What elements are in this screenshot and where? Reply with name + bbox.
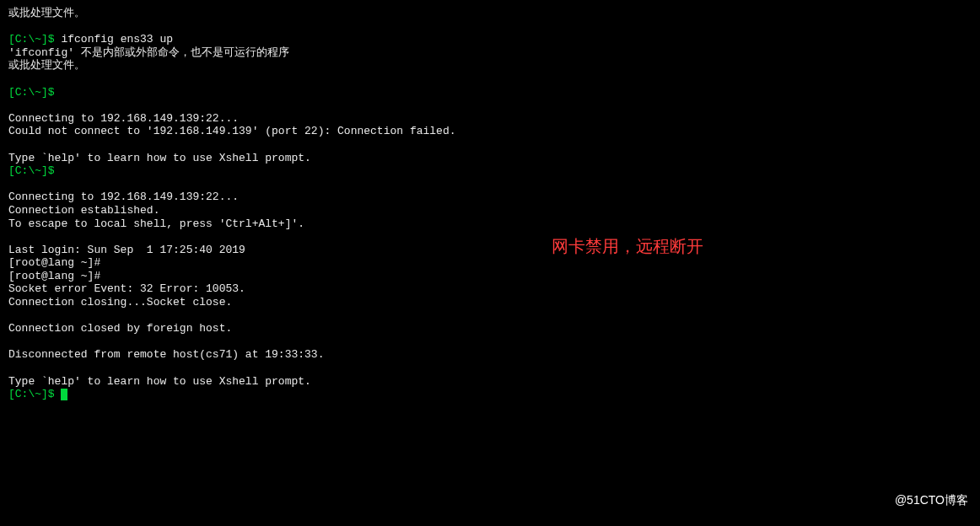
- terminal-line: [8, 362, 972, 375]
- shell-prompt: [C:\~]$: [8, 86, 61, 99]
- terminal-line: [C:\~]$: [8, 388, 972, 401]
- terminal-line: [8, 20, 972, 34]
- terminal-line: [8, 309, 972, 323]
- terminal-line: [root@lang ~]#: [8, 256, 972, 270]
- terminal-line: [C:\~]$: [8, 164, 972, 178]
- terminal-line: 或批处理文件。: [8, 7, 972, 20]
- terminal-line: Connection closed by foreign host.: [8, 322, 972, 335]
- terminal-text: Type `help' to learn how to use Xshell p…: [8, 375, 311, 388]
- terminal-line: Could not connect to '192.168.149.139' (…: [8, 125, 972, 138]
- terminal-line: [8, 230, 972, 244]
- terminal-line: Disconnected from remote host(cs71) at 1…: [8, 348, 972, 362]
- terminal-line: To escape to local shell, press 'Ctrl+Al…: [8, 217, 972, 231]
- terminal-text: Type `help' to learn how to use Xshell p…: [8, 152, 311, 164]
- terminal-line: [8, 99, 972, 112]
- terminal-text: To escape to local shell, press 'Ctrl+Al…: [8, 217, 304, 230]
- shell-prompt: [C:\~]$: [8, 33, 61, 46]
- terminal-line: Connecting to 192.168.149.139:22...: [8, 191, 972, 204]
- terminal-line: 'ifconfig' 不是内部或外部命令，也不是可运行的程序: [8, 46, 972, 60]
- terminal-line: [root@lang ~]#: [8, 270, 972, 283]
- terminal-text: Socket error Event: 32 Error: 10053.: [8, 282, 245, 295]
- shell-prompt: [C:\~]$: [8, 388, 61, 400]
- terminal-text: Connection closed by foreign host.: [8, 322, 232, 335]
- watermark-text: @51CTO博客: [895, 493, 968, 507]
- shell-prompt: [C:\~]$: [8, 164, 61, 177]
- terminal-line: Connecting to 192.168.149.139:22...: [8, 112, 972, 126]
- terminal-text: 或批处理文件。: [8, 7, 85, 19]
- terminal-line: [8, 138, 972, 152]
- terminal-text: ifconfig ens33 up: [61, 33, 173, 46]
- cursor-icon: [61, 389, 67, 400]
- terminal-text: Connecting to 192.168.149.139:22...: [8, 191, 239, 203]
- terminal-text: [root@lang ~]#: [8, 256, 100, 269]
- terminal-text: Last login: Sun Sep 1 17:25:40 2019: [8, 244, 245, 256]
- terminal-line: [C:\~]$ ifconfig ens33 up: [8, 33, 972, 46]
- terminal-line: [C:\~]$: [8, 86, 972, 99]
- terminal-text: Connecting to 192.168.149.139:22...: [8, 112, 239, 125]
- terminal-text: Could not connect to '192.168.149.139' (…: [8, 125, 456, 137]
- terminal-text: Connection closing...Socket close.: [8, 296, 232, 309]
- terminal-text: [root@lang ~]#: [8, 270, 100, 282]
- terminal-line: Connection established.: [8, 204, 972, 217]
- terminal-text: 'ifconfig' 不是内部或外部命令，也不是可运行的程序: [8, 46, 289, 59]
- terminal-text: 或批处理文件。: [8, 59, 85, 72]
- terminal-line: Connection closing...Socket close.: [8, 296, 972, 309]
- terminal-line: Type `help' to learn how to use Xshell p…: [8, 152, 972, 165]
- terminal-line: [8, 72, 972, 86]
- terminal-line: 或批处理文件。: [8, 59, 972, 72]
- terminal-line: [8, 178, 972, 191]
- terminal-line: Last login: Sun Sep 1 17:25:40 2019: [8, 244, 972, 257]
- annotation-nic-disabled: 网卡禁用，远程断开: [552, 236, 703, 256]
- terminal-output[interactable]: 或批处理文件。 [C:\~]$ ifconfig ens33 up'ifconf…: [8, 7, 972, 401]
- terminal-text: Connection established.: [8, 204, 159, 217]
- terminal-line: Socket error Event: 32 Error: 10053.: [8, 282, 972, 296]
- terminal-line: Type `help' to learn how to use Xshell p…: [8, 375, 972, 389]
- terminal-text: Disconnected from remote host(cs71) at 1…: [8, 348, 324, 361]
- terminal-line: [8, 335, 972, 349]
